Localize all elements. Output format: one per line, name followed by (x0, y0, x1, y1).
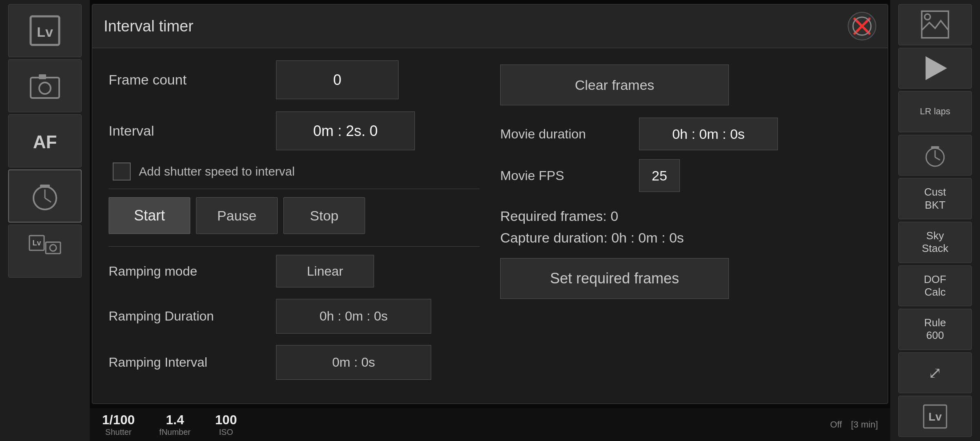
movie-fps-row: Movie FPS (500, 159, 871, 192)
movie-duration-row: Movie duration 0h : 0m : 0s (500, 118, 871, 150)
svg-text:Lv: Lv (929, 410, 942, 423)
svg-marker-16 (926, 56, 947, 80)
lv-icon: Lv (29, 14, 61, 47)
svg-line-19 (935, 157, 940, 160)
pause-button[interactable]: Pause (196, 197, 278, 234)
close-x-icon (852, 16, 872, 36)
iso-label: ISO (219, 428, 233, 437)
timer-icon (29, 180, 61, 212)
ramping-duration-row: Ramping Duration (109, 299, 480, 334)
sidebar-btn-dof-calc[interactable]: DOF Calc (898, 265, 972, 307)
svg-text:Lv: Lv (37, 24, 53, 40)
start-button[interactable]: Start (109, 197, 190, 234)
status-off: Off (830, 419, 842, 430)
sidebar-btn-expand[interactable]: ⤢ (898, 352, 972, 394)
ramping-interval-row: Ramping Interval (109, 345, 480, 380)
add-shutter-checkbox[interactable] (113, 163, 131, 180)
left-column: Frame count Interval Add shutter speed t… (109, 60, 480, 391)
right-sidebar: LR laps Cust BKT Sky Stack DOF Calc Rule… (890, 0, 980, 441)
add-shutter-label: Add shutter speed to interval (139, 165, 295, 178)
status-display: Off [3 min] (830, 419, 878, 430)
rule-600-label: Rule 600 (924, 316, 946, 342)
sky-stack-label: Sky Stack (922, 229, 948, 255)
sidebar-btn-cust-bkt[interactable]: Cust BKT (898, 178, 972, 219)
add-shutter-row: Add shutter speed to interval (113, 163, 480, 180)
sidebar-btn-timer[interactable] (8, 169, 82, 223)
capture-duration-text: Capture duration: 0h : 0m : 0s (500, 230, 871, 246)
left-sidebar: Lv AF Lv (0, 0, 90, 441)
frame-count-label: Frame count (109, 72, 264, 88)
movie-fps-input[interactable] (639, 159, 680, 192)
close-button[interactable] (848, 12, 876, 40)
lv-cam-icon: Lv (29, 235, 61, 267)
frame-count-input[interactable] (276, 60, 399, 99)
interval-label: Interval (109, 123, 264, 139)
svg-rect-2 (31, 78, 59, 98)
clear-frames-button[interactable]: Clear frames (500, 65, 729, 105)
svg-text:AF: AF (33, 132, 57, 152)
movie-duration-value: 0h : 0m : 0s (639, 118, 778, 150)
shutter-label: Shutter (105, 428, 131, 437)
sidebar-btn-rule-600[interactable]: Rule 600 (898, 309, 972, 350)
frame-count-row: Frame count (109, 60, 480, 99)
play-icon (921, 54, 949, 82)
sidebar-btn-lv-cam[interactable]: Lv (8, 225, 82, 278)
required-frames-text: Required frames: 0 (500, 208, 871, 224)
ramping-duration-label: Ramping Duration (109, 309, 264, 324)
main-two-col: Frame count Interval Add shutter speed t… (109, 60, 871, 391)
bottom-bar: 1/100 Shutter 1.4 fNumber 100 ISO Off [3… (90, 408, 890, 441)
camera-icon (29, 69, 61, 102)
ramping-duration-input[interactable] (276, 299, 431, 334)
expand-icon: ⤢ (928, 363, 942, 383)
interval-row: Interval (109, 111, 480, 150)
sidebar-btn-play[interactable] (898, 48, 972, 89)
interval-input[interactable] (276, 111, 415, 150)
movie-duration-label: Movie duration (500, 127, 631, 142)
sidebar-btn-sky-stack[interactable]: Sky Stack (898, 222, 972, 263)
iso-value: 100 (215, 412, 237, 428)
sidebar-btn-lr-laps[interactable]: LR laps (898, 91, 972, 132)
sidebar-btn-image[interactable] (898, 4, 972, 45)
sidebar-btn-timer2[interactable] (898, 135, 972, 176)
sidebar-btn-lv[interactable]: Lv (8, 4, 82, 57)
interval-timer-dialog: Interval timer Frame count (92, 4, 888, 404)
sidebar-btn-lv2[interactable]: Lv (898, 396, 972, 437)
fnumber-display: 1.4 fNumber (159, 412, 191, 437)
ramping-interval-input[interactable] (276, 345, 431, 380)
fnumber-label: fNumber (159, 428, 191, 437)
sidebar-btn-af[interactable]: AF (8, 114, 82, 167)
af-icon: AF (29, 125, 61, 157)
ramping-interval-label: Ramping Interval (109, 355, 264, 370)
lr-laps-label: LR laps (920, 106, 951, 118)
divider-2 (109, 246, 480, 247)
ramping-mode-value[interactable]: Linear (276, 255, 374, 287)
fnumber-value: 1.4 (166, 412, 184, 428)
clear-frames-row: Clear frames (500, 65, 871, 105)
divider-1 (109, 189, 480, 189)
svg-rect-9 (40, 185, 50, 188)
iso-display: 100 ISO (215, 412, 237, 437)
dof-calc-label: DOF Calc (924, 273, 947, 298)
timer-status: [3 min] (851, 419, 878, 430)
svg-rect-20 (931, 146, 939, 149)
dialog-header: Interval timer (92, 4, 888, 48)
ramping-mode-label: Ramping mode (109, 264, 264, 279)
dialog-title: Interval timer (104, 18, 194, 35)
svg-point-3 (39, 82, 51, 94)
svg-rect-4 (39, 74, 46, 79)
movie-fps-label: Movie FPS (500, 168, 631, 183)
lv2-icon: Lv (923, 404, 947, 429)
ramping-mode-row: Ramping mode Linear (109, 255, 480, 287)
timer2-icon (923, 143, 947, 167)
right-column: Clear frames Movie duration 0h : 0m : 0s… (492, 60, 871, 391)
svg-rect-12 (46, 242, 60, 254)
sidebar-btn-camera[interactable] (8, 59, 82, 112)
image-icon (921, 10, 949, 39)
cust-bkt-label: Cust BKT (924, 186, 946, 211)
set-required-frames-button[interactable]: Set required frames (500, 258, 729, 299)
dialog-overlay: Interval timer Frame count (90, 0, 890, 408)
svg-text:Lv: Lv (32, 239, 41, 247)
shutter-value: 1/100 (102, 412, 135, 428)
stop-button[interactable]: Stop (283, 197, 365, 234)
dialog-content: Frame count Interval Add shutter speed t… (92, 48, 888, 403)
